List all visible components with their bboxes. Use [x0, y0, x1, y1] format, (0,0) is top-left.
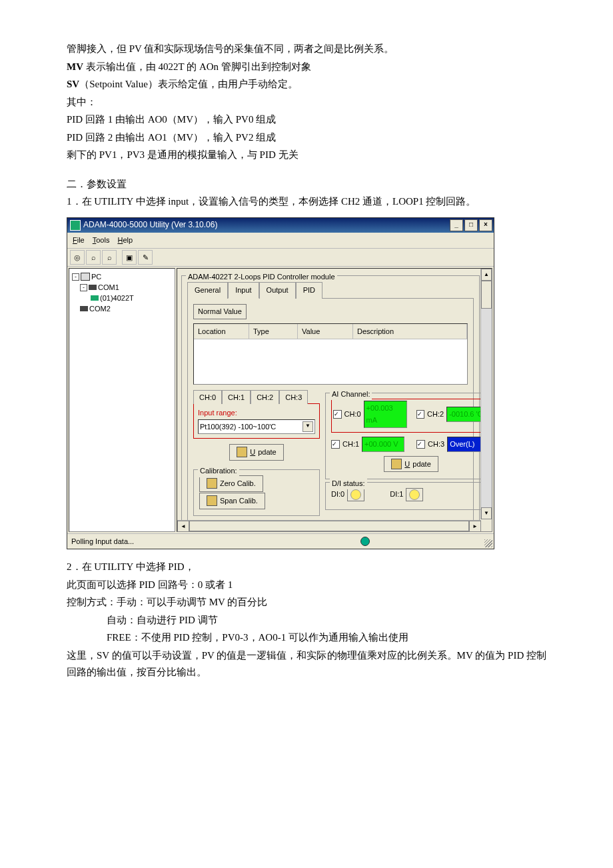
checkbox-ch1[interactable] [331, 440, 340, 449]
col-location[interactable]: Location [194, 324, 249, 339]
calib-icon [207, 478, 217, 489]
di1-indicator [406, 488, 423, 501]
toolbar-button[interactable]: ◎ [70, 250, 85, 265]
col-type[interactable]: Type [249, 324, 298, 339]
scroll-down-icon[interactable]: ▼ [481, 507, 492, 519]
bulb-icon [409, 489, 420, 500]
ai-ch3-value: Over(L) [447, 437, 484, 452]
tree-label: (01)4022T [100, 293, 134, 303]
toolbar-button[interactable]: ▣ [122, 250, 137, 265]
input-range-select[interactable]: Pt100(392) -100~100'C ▼ [198, 419, 315, 434]
titlebar: ADAM-4000-5000 Utility (Ver 3.10.06) _ □… [67, 218, 494, 233]
di-status-group: D/I status: DI:0 DI:1 [325, 482, 492, 510]
di0-indicator [347, 488, 364, 501]
pc-icon [81, 273, 90, 281]
menu-tools[interactable]: Tools [93, 234, 110, 247]
text: 表示输出值，由 4022T 的 AOn 管脚引出到控制对象 [83, 61, 311, 72]
paragraph: MV 表示输出值，由 4022T 的 AOn 管脚引出到控制对象 [67, 59, 546, 76]
tree-item-module[interactable]: (01)4022T [91, 293, 172, 303]
toolbar-search-prev[interactable]: ⌕ [86, 250, 101, 265]
toolbar-search-next[interactable]: ⌕ [102, 250, 117, 265]
paragraph: 其中： [67, 94, 546, 111]
tab-ch1[interactable]: CH:1 [222, 390, 251, 405]
span-calib-button[interactable]: Span Calib. [199, 493, 265, 509]
tab-ch3[interactable]: CH:3 [279, 390, 308, 405]
module-group: ADAM-4022T 2-Loops PID Controller module… [181, 275, 480, 531]
maximize-button[interactable]: □ [464, 219, 478, 231]
close-button[interactable]: × [479, 219, 492, 231]
resize-grip-icon[interactable] [484, 539, 492, 547]
zero-calib-button[interactable]: Zero Calib. [199, 475, 263, 492]
vertical-scrollbar[interactable]: ▲ ▼ [480, 269, 492, 519]
tab-pid[interactable]: PID [296, 282, 322, 299]
di0-label: DI:0 [331, 488, 344, 501]
update-button[interactable]: UUpdatepdate [229, 444, 283, 461]
tree-label: COM2 [89, 303, 111, 314]
bulb-icon [350, 489, 361, 500]
update-icon [237, 447, 247, 457]
update-button-2[interactable]: Update [384, 456, 438, 473]
collapse-icon[interactable]: - [80, 284, 87, 291]
menu-help[interactable]: Help [117, 234, 133, 247]
ai-channel-group: AI Channel: CH:0 +00.003 mA [325, 393, 492, 479]
di-status-title: D/I status: [330, 477, 367, 490]
ai-ch1-value: +00.000 V [362, 437, 404, 452]
collapse-icon[interactable]: - [72, 273, 79, 281]
scroll-left-icon[interactable]: ◄ [177, 521, 189, 532]
tree-label: PC [91, 271, 101, 282]
paragraph: PID 回路 1 由输出 AO0（MV），输入 PV0 组成 [67, 111, 546, 129]
btn-label: Span Calib. [220, 495, 258, 507]
chevron-down-icon[interactable]: ▼ [303, 421, 313, 432]
module-icon [91, 295, 99, 301]
horizontal-scrollbar[interactable]: ◄ ► [177, 520, 481, 531]
tree-item-com2[interactable]: COM2 [80, 303, 172, 314]
calibration-title: Calibration: [198, 465, 239, 477]
section-heading: 二．参数设置 [67, 176, 546, 193]
normal-value-button[interactable]: Normal Value [193, 304, 247, 319]
tree-item-pc[interactable]: - PC [72, 271, 172, 282]
statusbar: Polling Input data... [67, 533, 494, 549]
paragraph: 管脚接入，但 PV 值和实际现场信号的采集值不同，两者之间是比例关系。 [67, 41, 546, 58]
menu-file[interactable]: FFileile [73, 234, 85, 247]
checkbox-ch0[interactable] [333, 410, 342, 419]
tab-input[interactable]: Input [228, 282, 259, 299]
col-description[interactable]: Description [353, 324, 467, 339]
listview[interactable]: Location Type Value Description [193, 323, 468, 385]
col-value[interactable]: Value [298, 324, 353, 339]
text: （Setpoint Value）表示给定值，由用户手动给定。 [79, 79, 298, 89]
tab-ch0[interactable]: CH:0 [193, 390, 222, 405]
port-icon [80, 306, 88, 311]
checkbox-ch3[interactable] [416, 440, 425, 449]
input-range-label: Input range: [198, 407, 315, 419]
paragraph: SV（Setpoint Value）表示给定值，由用户手动给定。 [67, 76, 546, 93]
ai-ch2-label: CH:2 [427, 408, 444, 421]
paragraph: 这里，SV 的值可以手动设置，PV 的值是一逻辑值，和实际的物理值乘对应的比例关… [67, 647, 546, 681]
menubar: FFileile Tools Help [67, 233, 494, 249]
tab-general[interactable]: General [187, 282, 228, 299]
tab-ch2[interactable]: CH:2 [251, 390, 279, 405]
paragraph: 自动：自动进行 PID 调节 [67, 612, 546, 629]
toolbar: ◎ ⌕ ⌕ ▣ ✎ [67, 249, 494, 267]
scroll-up-icon[interactable]: ▲ [481, 269, 492, 281]
paragraph: 控制方式：手动：可以手动调节 MV 的百分比 [67, 594, 546, 611]
app-icon [70, 220, 81, 231]
ai-ch0-label: CH:0 [344, 408, 361, 421]
minimize-button[interactable]: _ [450, 219, 463, 231]
scroll-right-icon[interactable]: ► [469, 521, 481, 532]
tree-pane[interactable]: - PC - COM1 (01)4022T COM2 [69, 268, 175, 532]
tree-item-com1[interactable]: - COM1 [80, 282, 172, 293]
module-title: ADAM-4022T 2-Loops PID Controller module [186, 271, 337, 283]
status-led-icon [360, 537, 370, 546]
paragraph: 2．在 UTILITY 中选择 PID， [67, 559, 546, 576]
ai-ch1-label: CH:1 [342, 438, 359, 451]
listview-header: Location Type Value Description [194, 324, 467, 340]
port-icon [89, 285, 97, 290]
input-range-box: Input range: Pt100(392) -100~100'C ▼ [193, 403, 320, 439]
checkbox-ch2[interactable] [416, 410, 425, 419]
sv-label: SV [67, 79, 79, 89]
toolbar-button[interactable]: ✎ [138, 250, 153, 265]
status-text: Polling Input data... [71, 535, 134, 548]
paragraph: PID 回路 2 由输出 AO1（MV），输入 PV2 组成 [67, 129, 546, 147]
btn-label: Zero Calib. [220, 477, 256, 490]
tab-output[interactable]: Output [259, 282, 296, 299]
